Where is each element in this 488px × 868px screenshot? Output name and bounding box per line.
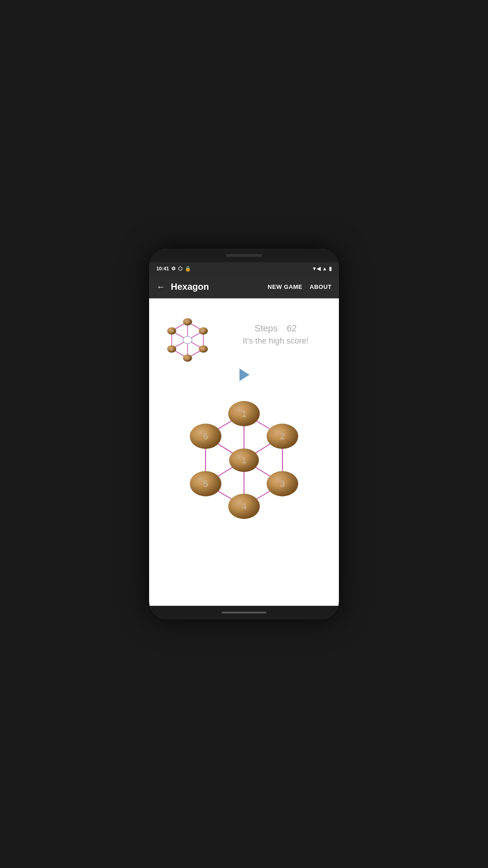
svg-text:4: 4 (241, 501, 247, 511)
phone-speaker (226, 254, 262, 257)
phone-top-bar (149, 249, 339, 262)
lock-icon: 🔒 (185, 266, 191, 272)
toolbar-actions: NEW GAME ABOUT (267, 283, 332, 290)
screen-content: 1 2 3 4 5 6 (149, 298, 339, 606)
wifi-icon: ▼◀ (312, 266, 320, 272)
status-bar: 10:41 ⚙ ⬡ 🔒 ▼◀ ▲ ▮ (149, 262, 339, 275)
steps-value: 62 (286, 323, 296, 334)
home-indicator (221, 612, 267, 613)
new-game-button[interactable]: NEW GAME (267, 283, 302, 290)
svg-text:5: 5 (203, 479, 208, 489)
svg-text:6: 6 (203, 431, 208, 441)
mini-hex-preview: 1 2 3 4 5 6 (163, 316, 212, 366)
settings-icon: ⚙ (171, 266, 176, 272)
svg-text:3: 3 (202, 348, 204, 351)
svg-text:5: 5 (171, 348, 173, 351)
status-left: 10:41 ⚙ ⬡ 🔒 (156, 266, 191, 272)
svg-text:6: 6 (171, 330, 173, 333)
phone-bottom-bar (149, 606, 339, 619)
game-area: 1 2 3 4 5 6 (149, 298, 339, 606)
battery-icon: ▮ (329, 266, 332, 272)
svg-text:1: 1 (241, 455, 246, 465)
page-title: Hexagon (171, 282, 267, 292)
svg-text:1: 1 (241, 409, 246, 419)
main-hex[interactable]: 1 2 3 4 5 6 (181, 398, 307, 533)
svg-text:1: 1 (187, 321, 188, 324)
steps-label: Steps (254, 323, 277, 334)
svg-text:3: 3 (280, 479, 285, 489)
shield-icon: ⬡ (178, 266, 183, 272)
high-score-text: It's the high score! (221, 336, 330, 346)
status-time: 10:41 (156, 266, 169, 271)
about-button[interactable]: ABOUT (310, 283, 332, 290)
steps-row: Steps 62 (221, 323, 330, 334)
signal-icon: ▲ (322, 266, 327, 271)
svg-text:4: 4 (187, 357, 188, 360)
toolbar: ← Hexagon NEW GAME ABOUT (149, 275, 339, 298)
svg-text:2: 2 (280, 431, 285, 441)
score-area: Steps 62 It's the high score! (221, 323, 330, 346)
svg-point-24 (183, 336, 192, 344)
back-button[interactable]: ← (156, 282, 165, 292)
status-right: ▼◀ ▲ ▮ (312, 266, 332, 272)
svg-text:2: 2 (202, 330, 204, 333)
play-button[interactable] (239, 368, 249, 381)
phone-frame: 10:41 ⚙ ⬡ 🔒 ▼◀ ▲ ▮ ← Hexagon NEW GAME AB… (149, 249, 339, 619)
